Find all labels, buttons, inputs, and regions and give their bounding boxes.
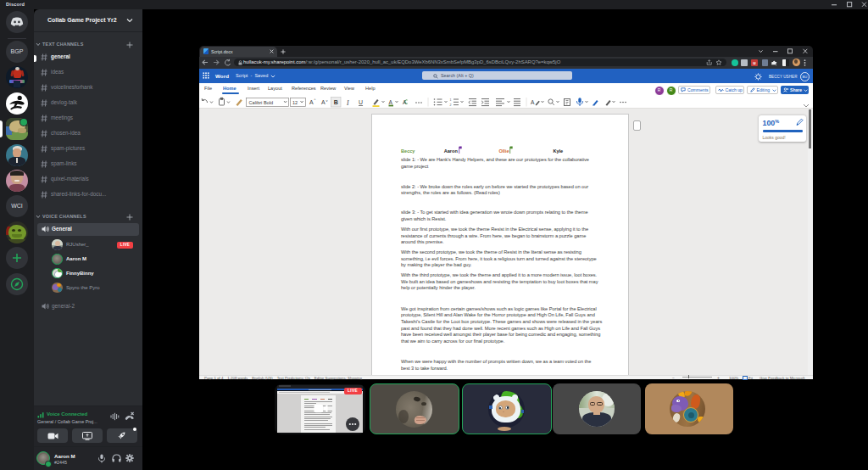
svg-text:U: U	[359, 99, 363, 105]
svg-text:B: B	[334, 99, 338, 105]
svg-text:A: A	[321, 99, 326, 105]
svg-text:I: I	[346, 98, 349, 106]
svg-text:A: A	[309, 99, 314, 105]
svg-text:1: 1	[450, 98, 452, 102]
svg-text:2: 2	[450, 104, 452, 107]
svg-text:^: ^	[314, 98, 316, 102]
svg-text:A: A	[531, 98, 535, 104]
svg-text:A: A	[389, 98, 393, 104]
svg-text:12: 12	[292, 99, 298, 104]
svg-text:Calibri Bold: Calibri Bold	[249, 99, 274, 104]
svg-text:v: v	[326, 98, 328, 102]
